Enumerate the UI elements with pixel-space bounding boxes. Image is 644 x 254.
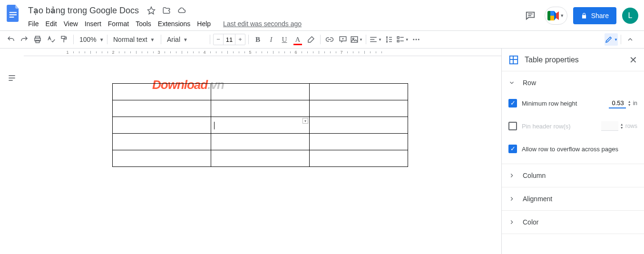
- menu-tools[interactable]: Tools: [132, 18, 155, 29]
- pin-header-input: [601, 121, 618, 131]
- separator: [366, 35, 366, 44]
- svg-rect-2: [10, 17, 14, 18]
- redo-icon[interactable]: [18, 33, 30, 46]
- avatar[interactable]: L: [622, 8, 638, 24]
- move-icon[interactable]: [161, 5, 172, 16]
- zoom-dropdown[interactable]: 100%▼: [77, 33, 104, 46]
- decrease-font-icon[interactable]: −: [214, 34, 223, 45]
- print-icon[interactable]: [31, 33, 44, 46]
- chevron-right-icon: [508, 195, 517, 202]
- spellcheck-icon[interactable]: [45, 33, 57, 46]
- insert-link-icon[interactable]: [323, 33, 336, 46]
- zoom-value: 100%: [79, 36, 97, 43]
- separator: [73, 35, 74, 44]
- svg-point-23: [415, 39, 417, 40]
- text-color-icon[interactable]: A: [292, 33, 304, 46]
- stepper-icon: ▲▼: [620, 123, 624, 129]
- section-row: Row Minimum row height ▲▼ in Pin header …: [502, 71, 644, 164]
- menu-insert[interactable]: Insert: [81, 18, 105, 29]
- menu-edit[interactable]: Edit: [42, 18, 60, 29]
- outline-icon[interactable]: [4, 70, 20, 86]
- star-icon[interactable]: [146, 5, 156, 16]
- font-size-input[interactable]: [223, 34, 235, 45]
- row-pin-header: Pin header row(s) ▲▼ rows: [508, 119, 637, 133]
- highlight-icon[interactable]: [305, 33, 317, 46]
- chevron-right-icon: [508, 172, 517, 179]
- italic-icon[interactable]: I: [265, 33, 277, 46]
- undo-icon[interactable]: [5, 33, 17, 46]
- svg-rect-10: [351, 37, 358, 42]
- table-row[interactable]: [113, 150, 408, 167]
- insert-image-icon[interactable]: ▼: [350, 33, 363, 46]
- section-alignment-label: Alignment: [523, 195, 552, 203]
- section-color-header[interactable]: Color: [502, 211, 644, 234]
- table-row[interactable]: [113, 100, 408, 117]
- stepper-icon[interactable]: ▲▼: [628, 100, 631, 107]
- document-table[interactable]: ▾: [112, 83, 408, 167]
- section-row-header[interactable]: Row: [502, 71, 644, 94]
- paragraph-style-dropdown[interactable]: Normal text▼: [110, 33, 158, 46]
- more-icon[interactable]: [410, 33, 422, 46]
- section-alignment-header[interactable]: Alignment: [502, 187, 644, 210]
- table-row[interactable]: ▾: [113, 117, 408, 134]
- menu-format[interactable]: Format: [105, 18, 132, 29]
- unit-in: in: [633, 100, 637, 107]
- section-row-label: Row: [523, 79, 536, 87]
- separator: [161, 35, 161, 44]
- document-title[interactable]: Tạo bảng trong Google Docs: [25, 5, 142, 16]
- table-row[interactable]: [113, 84, 408, 100]
- min-row-height-input[interactable]: [609, 98, 626, 108]
- font-value: Arial: [167, 36, 180, 43]
- menu-file[interactable]: File: [25, 18, 42, 29]
- style-value: Normal text: [113, 36, 147, 43]
- comments-icon[interactable]: [522, 7, 539, 24]
- share-label: Share: [591, 12, 609, 20]
- table-row[interactable]: [113, 134, 408, 150]
- increase-font-icon[interactable]: +: [235, 34, 245, 45]
- section-color: Color: [502, 211, 644, 234]
- menu-view[interactable]: View: [60, 18, 81, 29]
- menu-extensions[interactable]: Extensions: [155, 18, 194, 29]
- cloud-icon[interactable]: [176, 5, 187, 16]
- section-column-header[interactable]: Column: [502, 164, 644, 187]
- table-icon: [508, 55, 519, 65]
- separator: [210, 35, 210, 44]
- table-properties-panel: Table properties ✕ Row Minimum row heigh…: [501, 49, 644, 254]
- section-column: Column: [502, 164, 644, 187]
- close-icon[interactable]: ✕: [629, 54, 637, 66]
- svg-rect-8: [61, 36, 65, 39]
- add-comment-icon[interactable]: [337, 33, 349, 46]
- underline-icon[interactable]: U: [278, 33, 291, 46]
- panel-header: Table properties ✕: [502, 49, 644, 71]
- row-min-height: Minimum row height ▲▼ in: [508, 96, 637, 110]
- line-spacing-icon[interactable]: [383, 33, 395, 46]
- svg-point-22: [413, 39, 414, 40]
- svg-rect-18: [397, 37, 399, 39]
- document-area[interactable]: 1234567 Download.vn ▾: [24, 49, 501, 254]
- main-area: 1234567 Download.vn ▾ Table properties ✕: [0, 49, 644, 254]
- docs-logo[interactable]: [4, 4, 23, 23]
- bold-icon[interactable]: B: [252, 33, 264, 46]
- editing-mode-icon[interactable]: ▼: [605, 33, 618, 46]
- overflow-checkbox[interactable]: [508, 145, 517, 153]
- menu-help[interactable]: Help: [194, 18, 214, 29]
- page[interactable]: Download.vn ▾: [24, 56, 457, 254]
- ruler[interactable]: 1234567: [24, 49, 501, 56]
- text-cursor: [214, 122, 215, 129]
- menubar: File Edit View Insert Format Tools Exten…: [25, 17, 522, 30]
- separator: [320, 35, 321, 44]
- share-button[interactable]: Share: [573, 7, 616, 24]
- cell-menu-icon[interactable]: ▾: [302, 118, 308, 124]
- title-block: Tạo bảng trong Google Docs File Edit Vie…: [25, 4, 522, 30]
- meet-button[interactable]: ▼: [545, 7, 567, 25]
- paint-format-icon[interactable]: [58, 33, 70, 46]
- page-background: Download.vn ▾: [24, 56, 501, 254]
- hide-menus-icon[interactable]: [624, 33, 636, 46]
- pin-header-checkbox[interactable]: [508, 122, 517, 130]
- align-icon[interactable]: ▼: [369, 33, 382, 46]
- active-cell[interactable]: ▾: [211, 117, 310, 134]
- min-row-height-checkbox[interactable]: [508, 99, 517, 107]
- font-dropdown[interactable]: Arial▼: [164, 33, 207, 46]
- last-edit-info[interactable]: Last edit was seconds ago: [220, 18, 305, 29]
- checklist-icon[interactable]: ▼: [396, 33, 409, 46]
